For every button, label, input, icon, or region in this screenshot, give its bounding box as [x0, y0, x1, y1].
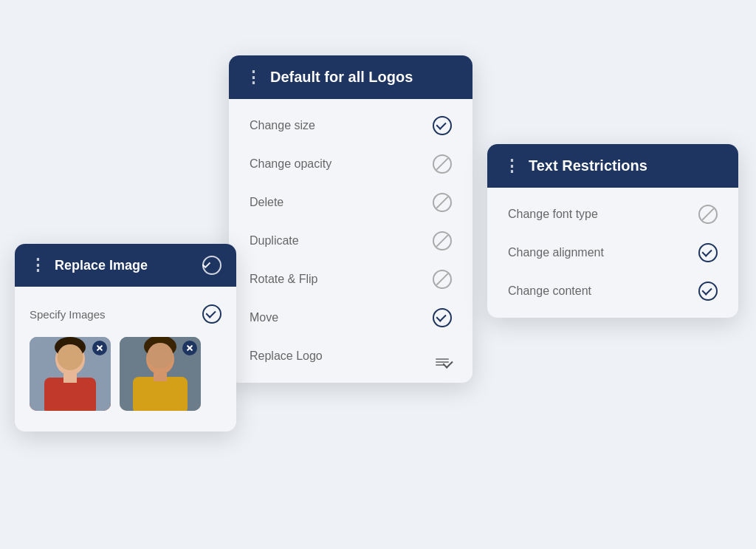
list-item[interactable]: Change alignment	[487, 233, 738, 272]
image-card-body: Specify Images	[15, 287, 236, 432]
logo-card-header: ⋮ Default for all Logos	[229, 55, 472, 99]
image-card-title: Replace Image	[55, 258, 148, 273]
specify-label: Specify Images	[30, 308, 106, 321]
list-check-icon	[433, 347, 452, 366]
image-thumbnails	[15, 331, 236, 424]
svg-rect-4	[63, 374, 77, 383]
ban-icon	[433, 154, 452, 174]
row-label: Change font type	[508, 208, 598, 221]
list-item[interactable]: Duplicate	[229, 222, 472, 260]
specify-check-icon	[202, 304, 221, 324]
text-restrictions-card: ⋮ Text Restrictions Change font type Cha…	[487, 144, 738, 318]
check-icon	[433, 116, 452, 135]
row-label: Move	[250, 311, 278, 324]
logo-card-title: Default for all Logos	[270, 69, 413, 86]
svg-point-2	[55, 337, 86, 358]
svg-point-6	[146, 344, 174, 375]
text-card-body: Change font type Change alignment Change…	[487, 188, 738, 318]
remove-image-1-button[interactable]	[92, 341, 107, 355]
image-card-header: ⋮ Replace Image	[15, 244, 236, 287]
row-label: Duplicate	[250, 234, 299, 248]
replace-image-card: ⋮ Replace Image Specify Images	[15, 244, 236, 432]
drag-icon[interactable]: ⋮	[504, 160, 520, 173]
row-label: Delete	[250, 196, 284, 209]
remove-image-2-button[interactable]	[182, 341, 197, 355]
row-label: Change content	[508, 284, 591, 298]
svg-point-7	[144, 337, 176, 358]
row-label: Rotate & Flip	[250, 273, 317, 286]
list-item[interactable]: Rotate & Flip	[229, 260, 472, 299]
check-icon	[433, 308, 452, 327]
text-card-header: ⋮ Text Restrictions	[487, 144, 738, 188]
drag-icon[interactable]: ⋮	[245, 71, 261, 84]
logo-card-body: Change size Change opacity Delete Duplic…	[229, 99, 472, 383]
list-item[interactable]: Delete	[229, 183, 472, 222]
ban-icon	[698, 205, 718, 224]
thumbnail-1	[30, 337, 111, 411]
list-item[interactable]: Change content	[487, 272, 738, 310]
ban-icon	[433, 193, 452, 212]
row-label: Change opacity	[250, 157, 331, 171]
ban-icon	[433, 270, 452, 289]
check-icon	[202, 256, 221, 275]
row-label: Change size	[250, 119, 315, 132]
list-item[interactable]: Change opacity	[229, 145, 472, 183]
specify-images-row: Specify Images	[15, 294, 236, 331]
row-label: Replace Logo	[250, 349, 323, 363]
check-icon	[698, 282, 718, 301]
list-item[interactable]: Change size	[229, 106, 472, 145]
svg-rect-9	[154, 373, 167, 381]
thumbnail-2	[120, 337, 201, 411]
check-icon	[698, 243, 718, 262]
drag-icon[interactable]: ⋮	[30, 259, 46, 272]
logo-card: ⋮ Default for all Logos Change size Chan…	[229, 55, 472, 383]
row-label: Change alignment	[508, 246, 604, 259]
text-card-title: Text Restrictions	[529, 157, 647, 174]
ban-icon	[433, 231, 452, 250]
list-item[interactable]: Replace Logo	[229, 337, 472, 375]
list-item[interactable]: Change font type	[487, 195, 738, 233]
list-item[interactable]: Move	[229, 299, 472, 337]
svg-rect-8	[133, 377, 188, 411]
